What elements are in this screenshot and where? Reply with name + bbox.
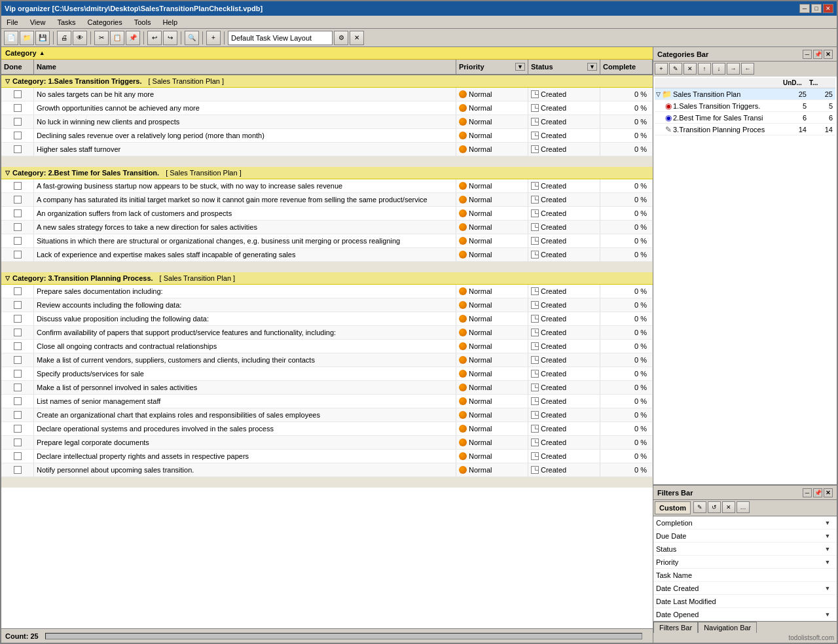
minimize-button[interactable]: ─ xyxy=(799,4,810,13)
filter-row-priority[interactable]: Priority ▼ xyxy=(653,556,837,569)
th-complete[interactable]: Complete xyxy=(600,60,653,74)
filter-arrow-date-created[interactable]: ▼ xyxy=(821,585,834,592)
filter-row-task-name[interactable]: Task Name xyxy=(653,569,837,582)
menu-help[interactable]: Help xyxy=(160,18,180,26)
task-checkbox[interactable] xyxy=(14,145,22,153)
categories-bar-close[interactable]: ✕ xyxy=(824,50,833,59)
categories-bar-pin[interactable]: 📌 xyxy=(813,50,822,59)
filter-row-date-modified[interactable]: Date Last Modified xyxy=(653,595,837,608)
restore-button[interactable]: □ xyxy=(811,4,822,13)
tree-item-child-2[interactable]: ◉ 2.Best Time for Sales Transi 6 6 xyxy=(655,112,835,124)
task-checkbox[interactable] xyxy=(14,104,22,112)
task-list[interactable]: ▽ Category: 1.Sales Transition Triggers.… xyxy=(1,75,653,628)
task-checkbox[interactable] xyxy=(14,301,22,309)
priority-icon xyxy=(459,132,467,139)
task-checkbox[interactable] xyxy=(14,438,22,446)
save-button[interactable]: 💾 xyxy=(35,31,50,45)
cat1-expand[interactable]: ▽ xyxy=(5,78,10,84)
cat2-expand[interactable]: ▽ xyxy=(5,170,10,176)
menu-tasks[interactable]: Tasks xyxy=(54,18,78,26)
redo-button[interactable]: ↪ xyxy=(163,31,177,45)
layout-settings-button[interactable]: ⚙ xyxy=(334,31,348,45)
new-button[interactable]: 📄 xyxy=(4,31,18,45)
tree-item-child-3[interactable]: ✎ 3.Transition Planning Proces 14 14 xyxy=(655,124,835,135)
cat3-expand[interactable]: ▽ xyxy=(5,275,10,281)
copy-button[interactable]: 📋 xyxy=(110,31,124,45)
task-checkbox[interactable] xyxy=(14,356,22,364)
menu-categories[interactable]: Categories xyxy=(85,18,125,26)
filters-bar-close[interactable]: ✕ xyxy=(824,488,833,497)
tab-filters-bar[interactable]: Filters Bar xyxy=(653,622,698,633)
filter-tb-more[interactable]: … xyxy=(737,501,750,513)
filter-row-date-created[interactable]: Date Created ▼ xyxy=(653,582,837,595)
filter-arrow-due-date[interactable]: ▼ xyxy=(821,533,834,539)
cat-tb-edit[interactable]: ✎ xyxy=(669,63,682,75)
filter-row-status[interactable]: Status ▼ xyxy=(653,543,837,556)
undo-button[interactable]: ↩ xyxy=(147,31,162,45)
menu-view[interactable]: View xyxy=(27,18,48,26)
task-checkbox[interactable] xyxy=(14,223,22,231)
tree-item-child-1[interactable]: ◉ 1.Sales Transition Triggers. 5 5 xyxy=(655,100,835,112)
task-checkbox[interactable] xyxy=(14,237,22,245)
task-checkbox[interactable] xyxy=(14,118,22,126)
filters-bar-minimize[interactable]: ─ xyxy=(803,488,812,497)
preview-button[interactable]: 👁 xyxy=(73,31,87,45)
close-button[interactable]: ✕ xyxy=(823,4,833,13)
layout-close-button[interactable]: ✕ xyxy=(350,31,364,45)
tree-item-root[interactable]: ▽ 📁 Sales Transition Plan 25 25 xyxy=(655,88,835,100)
menu-file[interactable]: File xyxy=(4,18,21,26)
task-checkbox[interactable] xyxy=(14,342,22,350)
task-checkbox[interactable] xyxy=(14,132,22,139)
menu-tools[interactable]: Tools xyxy=(132,18,154,26)
cat-tb-add[interactable]: + xyxy=(655,63,668,75)
task-checkbox[interactable] xyxy=(14,452,22,460)
filter-arrow-completion[interactable]: ▼ xyxy=(821,520,834,526)
task-checkbox[interactable] xyxy=(14,411,22,419)
categories-bar-minimize[interactable]: ─ xyxy=(803,50,812,59)
filter-arrow-date-opened[interactable]: ▼ xyxy=(821,611,834,618)
filter-tb-edit[interactable]: ↺ xyxy=(708,501,721,513)
task-checkbox[interactable] xyxy=(14,370,22,378)
th-name[interactable]: Name xyxy=(34,60,456,74)
filter-tb-add[interactable]: ✎ xyxy=(693,501,706,513)
layout-dropdown[interactable]: Default Task View Layout xyxy=(228,31,333,45)
filter-arrow-priority[interactable]: ▼ xyxy=(821,559,834,565)
cat-tb-indent[interactable]: → xyxy=(727,63,740,75)
task-checkbox[interactable] xyxy=(14,209,22,217)
find-button[interactable]: 🔍 xyxy=(185,31,199,45)
filter-row-date-opened[interactable]: Date Opened ▼ xyxy=(653,608,837,621)
task-checkbox[interactable] xyxy=(14,315,22,323)
tab-navigation-bar[interactable]: Navigation Bar xyxy=(698,622,757,633)
filter-custom-label[interactable]: Custom xyxy=(655,501,691,514)
task-checkbox[interactable] xyxy=(14,251,22,259)
task-checkbox[interactable] xyxy=(14,466,22,474)
task-checkbox[interactable] xyxy=(14,425,22,433)
task-checkbox[interactable] xyxy=(14,196,22,204)
status-filter-icon[interactable]: ▼ xyxy=(587,63,597,71)
add-task-button[interactable]: + xyxy=(206,31,221,45)
task-checkbox[interactable] xyxy=(14,182,22,190)
filter-arrow-status[interactable]: ▼ xyxy=(821,546,834,552)
task-checkbox[interactable] xyxy=(14,90,22,98)
cat-tb-down[interactable]: ↓ xyxy=(712,63,725,75)
filter-tb-delete[interactable]: ✕ xyxy=(722,501,735,513)
task-checkbox[interactable] xyxy=(14,384,22,391)
th-priority[interactable]: Priority ▼ xyxy=(456,60,528,74)
status-icon xyxy=(531,90,539,98)
cut-button[interactable]: ✂ xyxy=(94,31,109,45)
th-done[interactable]: Done xyxy=(1,60,34,74)
filter-row-due-date[interactable]: Due Date ▼ xyxy=(653,529,837,543)
task-checkbox[interactable] xyxy=(14,287,22,295)
cat-tb-up[interactable]: ↑ xyxy=(698,63,711,75)
th-status[interactable]: Status ▼ xyxy=(528,60,600,74)
filter-row-completion[interactable]: Completion ▼ xyxy=(653,516,837,529)
task-checkbox[interactable] xyxy=(14,397,22,405)
task-checkbox[interactable] xyxy=(14,329,22,336)
print-button[interactable]: 🖨 xyxy=(57,31,71,45)
cat-tb-outdent[interactable]: ← xyxy=(741,63,754,75)
paste-button[interactable]: 📌 xyxy=(126,31,140,45)
cat-tb-delete[interactable]: ✕ xyxy=(683,63,697,75)
filters-bar-pin[interactable]: 📌 xyxy=(813,488,822,497)
open-button[interactable]: 📁 xyxy=(20,31,34,45)
priority-filter-icon[interactable]: ▼ xyxy=(515,63,525,71)
